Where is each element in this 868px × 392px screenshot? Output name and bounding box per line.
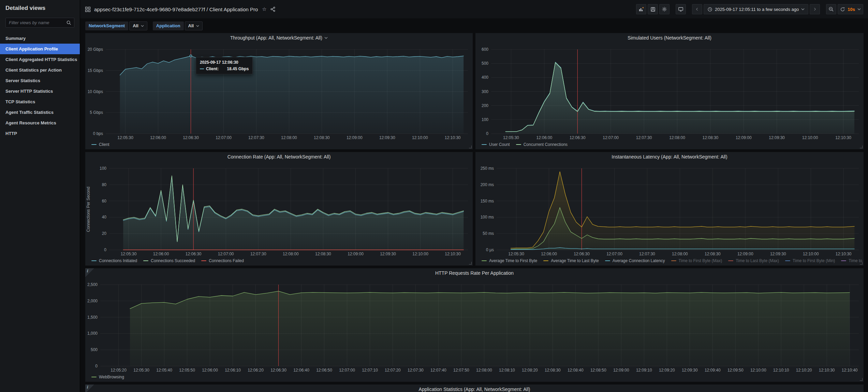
legend-label: Connections Initiated: [99, 258, 137, 263]
gear-icon: [662, 6, 667, 12]
sidebar-item-tcp-statistics[interactable]: TCP Statistics: [0, 96, 80, 107]
svg-text:250 ms: 250 ms: [481, 166, 494, 171]
legend-item-client[interactable]: Client: [91, 142, 109, 147]
svg-text:12:07:00: 12:07:00: [218, 252, 234, 256]
svg-text:12:10:30: 12:10:30: [445, 135, 461, 140]
panel-header-simulated-users-networksegment-all[interactable]: Simulated Users (NetworkSegment: All): [475, 33, 864, 43]
variable-label-application[interactable]: Application: [153, 21, 184, 30]
svg-text:12:10:30: 12:10:30: [445, 252, 461, 256]
svg-text:600: 600: [482, 47, 488, 52]
panel-header-instantaneous-latency-app-all-networksegment-all[interactable]: Instantaneous Latency (App: All, Network…: [475, 152, 864, 162]
svg-text:12:10:40: 12:10:40: [842, 368, 858, 373]
sidebar-item-client-aggregated-http-statistics[interactable]: Client Aggregated HTTP Statistics: [0, 54, 80, 65]
legend-item-concurrent-connections[interactable]: Concurrent Connections: [516, 142, 568, 147]
legend-item-user-count[interactable]: User Count: [482, 142, 510, 147]
panel-header-application-statistics-app-all-networksegment-all[interactable]: Application Statistics (App: All, Networ…: [85, 385, 864, 392]
panel-info-icon[interactable]: i: [85, 268, 94, 277]
filter-views-input[interactable]: [5, 18, 74, 28]
variable-value-application[interactable]: All: [185, 21, 203, 30]
share-icon[interactable]: [270, 6, 276, 12]
legend-item-average-time-to-first-byte[interactable]: Average Time to First Byte: [482, 258, 537, 263]
star-icon[interactable]: ☆: [262, 6, 266, 12]
svg-text:12:06:30: 12:06:30: [574, 252, 590, 256]
sidebar-item-agent-resource-metrics[interactable]: Agent Resource Metrics: [0, 118, 80, 128]
legend-item-time-to-first-byte-min[interactable]: Time to First Byte (Min): [785, 258, 835, 263]
variable-value-text: All: [133, 23, 138, 28]
add-panel-icon: [638, 6, 644, 12]
chevron-down-icon: [857, 8, 861, 10]
refresh-picker[interactable]: 10s: [838, 4, 863, 14]
dashboard-breadcrumb[interactable]: appsec-f23c1fe9-712c-4ce9-9680-97e8adeb2…: [94, 6, 258, 12]
zoom-out-time-button[interactable]: [826, 4, 836, 14]
panel-throughput[interactable]: Throughput (App: All, NetworkSegment: Al…: [85, 33, 473, 149]
legend-item-average-time-to-last-byte[interactable]: Average Time to Last Byte: [543, 258, 599, 263]
panel-title: Application Statistics (App: All, Networ…: [419, 387, 530, 392]
legend-dash: [482, 260, 487, 261]
panel-header-http-requests-rate-per-application[interactable]: HTTP Requests Rate Per Application: [85, 268, 864, 278]
dashboard-settings-button[interactable]: [659, 4, 670, 14]
svg-text:12:07:50: 12:07:50: [453, 368, 469, 373]
svg-text:200: 200: [482, 103, 488, 108]
time-shift-back-button[interactable]: [692, 4, 702, 14]
svg-text:12:05:30: 12:05:30: [121, 252, 137, 256]
panel-title: Simulated Users (NetworkSegment: All): [628, 35, 711, 41]
kiosk-mode-button[interactable]: [676, 4, 686, 14]
svg-text:12:08:40: 12:08:40: [568, 368, 584, 373]
chart-connection-rate-app-all-networksegment-all[interactable]: 02040608010012:05:3012:06:0012:06:3012:0…: [85, 162, 473, 257]
legend-item-connections-initiated[interactable]: Connections Initiated: [91, 258, 137, 263]
panel-info-icon[interactable]: i: [85, 385, 94, 392]
sidebar-item-server-http-statistics[interactable]: Server HTTP Statistics: [0, 86, 80, 96]
legend-item-time-to-last-byte-max[interactable]: Time to Last Byte (Max): [728, 258, 779, 263]
chart-http-requests-rate-per-application[interactable]: 05001,0001,5002,0002,50012:05:2012:05:30…: [85, 278, 864, 374]
chevron-left-icon: [695, 7, 699, 11]
svg-text:0: 0: [486, 131, 488, 136]
panel-header-connection-rate-app-all-networksegment-all[interactable]: Connection Rate (App: All, NetworkSegmen…: [85, 152, 473, 162]
panel-header-throughput-app-all-networksegment-all[interactable]: Throughput (App: All, NetworkSegment: Al…: [85, 33, 473, 43]
variable-label-networksegment[interactable]: NetworkSegment: [85, 21, 128, 30]
search-icon: [66, 20, 72, 26]
svg-text:12:08:00: 12:08:00: [672, 252, 688, 256]
save-icon: [650, 7, 656, 12]
chart-instantaneous-latency-app-all-networksegment-all[interactable]: 0 µs50 ms100 ms150 ms200 ms250 ms12:05:3…: [475, 162, 864, 257]
sidebar-item-summary[interactable]: Summary: [0, 33, 80, 44]
sidebar-item-server-statistics[interactable]: Server Statistics: [0, 75, 80, 86]
svg-text:12:06:30: 12:06:30: [183, 135, 199, 140]
add-panel-button[interactable]: [636, 4, 646, 14]
svg-text:12:07:30: 12:07:30: [248, 135, 264, 140]
panel-connection-rate[interactable]: Connection Rate (App: All, NetworkSegmen…: [85, 152, 473, 266]
time-range-picker[interactable]: 2025-09-17 12:05:11 to a few seconds ago: [704, 4, 808, 14]
svg-text:20: 20: [102, 231, 107, 236]
legend-item-connections-failed[interactable]: Connections Failed: [201, 258, 244, 263]
svg-text:2,000: 2,000: [87, 299, 98, 303]
legend-dash: [91, 377, 97, 377]
legend-label: Connections Failed: [209, 258, 244, 263]
panel-legend: WebBrowsing: [85, 374, 864, 382]
chart-simulated-users-networksegment-all[interactable]: 010020030040050060012:05:3012:06:0012:06…: [475, 43, 864, 141]
legend-item-time-to-first-byte-max[interactable]: Time to First Byte (Max): [671, 258, 722, 263]
panel-legend: Connections InitiatedConnections Succeed…: [85, 257, 473, 266]
legend-item-connections-succeeded[interactable]: Connections Succeeded: [143, 258, 195, 263]
variable-value-networksegment[interactable]: All: [129, 21, 147, 30]
svg-text:12:09:40: 12:09:40: [705, 368, 721, 373]
legend-item-webbrowsing[interactable]: WebBrowsing: [91, 375, 124, 379]
sidebar-item-client-statistics-per-action[interactable]: Client Statistics per Action: [0, 65, 80, 75]
legend-item-time-to-last-byte-min[interactable]: Time to Last Byte (Min): [841, 258, 864, 263]
legend-label: Average Connection Latency: [613, 258, 665, 263]
panel-legend: Average Time to First ByteAverage Time t…: [475, 257, 864, 266]
save-dashboard-button[interactable]: [648, 4, 658, 14]
legend-dash: [143, 260, 148, 261]
panel-simulated-users[interactable]: Simulated Users (NetworkSegment: All)010…: [475, 33, 864, 149]
sidebar-item-agent-traffic-statistics[interactable]: Agent Traffic Statistics: [0, 107, 80, 118]
svg-text:50 ms: 50 ms: [483, 231, 494, 236]
time-shift-forward-button[interactable]: [810, 4, 820, 14]
chart-throughput-app-all-networksegment-all[interactable]: 0 bps5 Gbps10 Gbps15 Gbps20 Gbps12:05:30…: [85, 43, 473, 141]
svg-text:12:05:40: 12:05:40: [156, 368, 172, 373]
panel-http-requests-rate[interactable]: HTTP Requests Rate Per Applicationi05001…: [85, 268, 864, 382]
legend-item-average-connection-latency[interactable]: Average Connection Latency: [605, 258, 665, 263]
panel-application-statistics[interactable]: Application Statistics (App: All, Networ…: [85, 385, 864, 392]
legend-label: Client: [99, 142, 109, 147]
panel-title: HTTP Requests Rate Per Application: [435, 270, 514, 276]
sidebar-item-http[interactable]: HTTP: [0, 128, 80, 139]
panel-instantaneous-latency[interactable]: Instantaneous Latency (App: All, Network…: [475, 152, 864, 266]
sidebar-item-client-application-profile[interactable]: Client Application Profile: [0, 44, 80, 54]
